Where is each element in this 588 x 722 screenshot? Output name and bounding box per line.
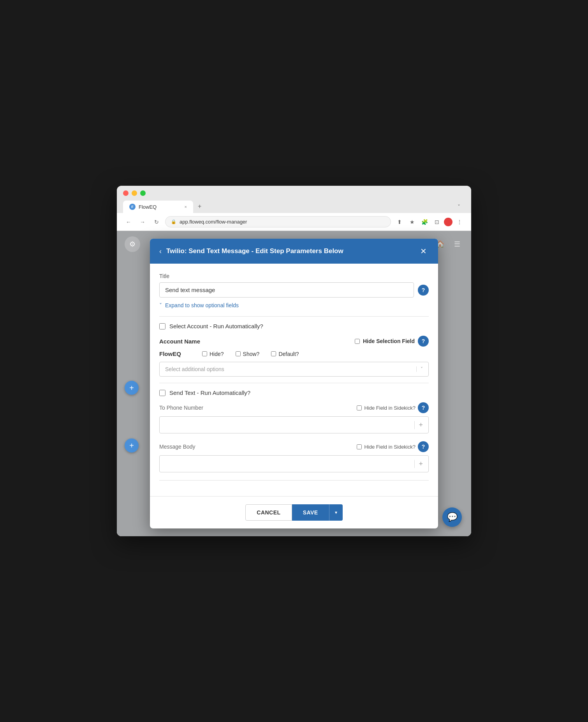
divider-2 [159, 383, 429, 383]
new-tab-button[interactable]: + [193, 200, 206, 213]
message-body-hide-row: Hide Field in Sidekick? ? [357, 441, 429, 452]
profile-icon[interactable] [444, 218, 452, 226]
add-step-left-button[interactable]: + [125, 381, 139, 395]
extensions-icon[interactable]: 🧩 [419, 217, 430, 227]
modal-dialog: ‹ Twilio: Send Text Message - Edit Step … [150, 239, 438, 528]
to-phone-help-button[interactable]: ? [418, 402, 429, 413]
browser-tabs: F FlowEQ × + ˅ [123, 200, 465, 213]
minimize-dot[interactable] [132, 190, 137, 196]
floweq-name: FlowEQ [159, 350, 190, 357]
maximize-dot[interactable] [140, 190, 146, 196]
browser-dots [123, 190, 465, 196]
bookmark-icon[interactable]: ★ [407, 217, 417, 227]
nav-menu-icon[interactable]: ☰ [451, 238, 463, 250]
chat-bubble-button[interactable]: 💬 [442, 507, 462, 527]
hide-checkbox[interactable] [202, 351, 207, 356]
modal-back-button[interactable]: ‹ [159, 247, 162, 255]
browser-toolbar: ← → ↻ 🔒 app.floweq.com/flow-manager ⬆ ★ … [117, 213, 471, 231]
toolbar-actions: ⬆ ★ 🧩 ⊡ ⋮ [394, 217, 465, 227]
modal-body: Title ? ˅ Expand to show optional fields… [150, 264, 438, 496]
tab-title: FlowEQ [139, 204, 157, 210]
hide-option: Hide? [202, 351, 224, 357]
hide-selection-label: Hide Selection Field [363, 338, 415, 344]
select-additional-dropdown[interactable]: Select additional options ˅ [159, 362, 429, 377]
save-button[interactable]: SAVE [292, 504, 329, 521]
to-phone-hide-checkbox[interactable] [357, 405, 362, 410]
select-account-checkbox[interactable] [159, 323, 165, 329]
modal-title: Twilio: Send Text Message - Edit Step Pa… [166, 247, 413, 255]
show-checkbox[interactable] [236, 351, 241, 356]
message-body-help-button[interactable]: ? [418, 441, 429, 452]
select-account-label: Select Account - Run Automatically? [169, 323, 263, 329]
address-bar[interactable]: 🔒 app.floweq.com/flow-manager [165, 216, 391, 227]
active-tab[interactable]: F FlowEQ × [123, 201, 193, 213]
default-option: Default? [271, 351, 299, 357]
share-icon[interactable]: ⬆ [394, 217, 405, 227]
hide-option-label: Hide? [209, 351, 224, 357]
to-phone-hide-row: Hide Field in Sidekick? ? [357, 402, 429, 413]
lock-icon: 🔒 [171, 219, 176, 224]
add-step-left2-button[interactable]: + [125, 438, 139, 453]
divider-1 [159, 316, 429, 317]
back-button[interactable]: ← [123, 217, 134, 227]
menu-icon[interactable]: ⋮ [454, 217, 465, 227]
nav-logo[interactable]: ⚙ [125, 236, 140, 252]
reload-button[interactable]: ↻ [151, 217, 162, 227]
to-phone-header-row: To Phone Number Hide Field in Sidekick? … [159, 402, 429, 413]
plus-circle-icon-2[interactable]: + [125, 438, 139, 453]
modal-footer: CANCEL SAVE ▾ [150, 496, 438, 528]
default-option-label: Default? [278, 351, 299, 357]
hide-selection-checkbox[interactable] [355, 339, 360, 344]
hide-selection-row: Hide Selection Field ? [355, 336, 429, 347]
send-text-checkbox[interactable] [159, 390, 165, 396]
page-content: ⚙ 🔔 🏠 ☰ + + ‹ Twilio: Send Text Message … [117, 231, 471, 536]
select-additional-row: Select additional options ˅ [159, 362, 429, 377]
show-option: Show? [236, 351, 260, 357]
to-phone-hide-label: Hide Field in Sidekick? [364, 405, 415, 411]
save-dropdown-button[interactable]: ▾ [329, 504, 343, 521]
title-help-button[interactable]: ? [418, 285, 429, 296]
message-body-label: Message Body [159, 444, 357, 450]
plus-circle-icon[interactable]: + [125, 381, 139, 395]
floweq-row: FlowEQ Hide? Show? Default? [159, 350, 429, 357]
tab-favicon: F [129, 204, 136, 210]
message-body-plus-button[interactable]: + [414, 460, 423, 468]
to-phone-input[interactable]: + [159, 416, 429, 433]
message-body-input[interactable]: + [159, 455, 429, 472]
to-phone-plus-button[interactable]: + [414, 421, 423, 429]
divider-3 [159, 480, 429, 481]
expand-optional-fields-button[interactable]: ˅ Expand to show optional fields [159, 302, 429, 308]
modal-close-button[interactable]: ✕ [418, 246, 429, 257]
account-name-label: Account Name [159, 338, 355, 345]
message-body-header-row: Message Body Hide Field in Sidekick? ? [159, 441, 429, 452]
account-header-row: Account Name Hide Selection Field ? [159, 336, 429, 347]
browser-window: F FlowEQ × + ˅ ← → ↻ 🔒 app.floweq.com/fl… [117, 186, 471, 536]
chevron-down-icon: ˅ [159, 302, 162, 308]
select-account-row: Select Account - Run Automatically? [159, 323, 429, 329]
tab-close-button[interactable]: × [185, 204, 187, 209]
modal-header: ‹ Twilio: Send Text Message - Edit Step … [150, 239, 438, 264]
title-input-row: ? [159, 282, 429, 298]
show-option-label: Show? [243, 351, 260, 357]
browser-titlebar: F FlowEQ × + ˅ [117, 186, 471, 213]
to-phone-label: To Phone Number [159, 405, 357, 411]
tab-more-button[interactable]: ˅ [453, 201, 465, 213]
message-body-hide-checkbox[interactable] [357, 444, 362, 449]
title-input[interactable] [159, 282, 414, 298]
title-label: Title [159, 273, 429, 279]
message-body-field: Message Body Hide Field in Sidekick? ? + [159, 441, 429, 472]
split-icon[interactable]: ⊡ [431, 217, 442, 227]
hide-selection-help-button[interactable]: ? [418, 336, 429, 347]
address-text: app.floweq.com/flow-manager [180, 219, 247, 225]
send-text-label: Send Text - Run Automatically? [169, 389, 250, 396]
to-phone-field: To Phone Number Hide Field in Sidekick? … [159, 402, 429, 433]
close-dot[interactable] [123, 190, 129, 196]
expand-text: Expand to show optional fields [165, 302, 239, 308]
forward-button[interactable]: → [137, 217, 148, 227]
select-additional-placeholder: Select additional options [165, 366, 416, 372]
message-body-hide-label: Hide Field in Sidekick? [364, 444, 415, 450]
cancel-button[interactable]: CANCEL [245, 504, 292, 521]
send-text-row: Send Text - Run Automatically? [159, 389, 429, 396]
default-checkbox[interactable] [271, 351, 276, 356]
dropdown-arrow-icon: ˅ [416, 366, 423, 372]
